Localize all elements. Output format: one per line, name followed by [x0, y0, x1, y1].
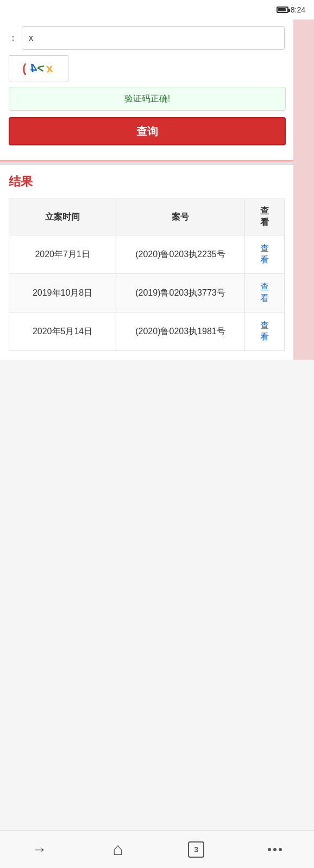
results-table: 立案时间 案号 查看 2020年7月1日(2020)鲁0203执2235号查看2…: [9, 199, 285, 351]
more-dots-icon: [268, 848, 282, 851]
scrollbar-area: [293, 20, 314, 360]
home-button[interactable]: ⌂: [102, 833, 134, 866]
home-icon: ⌂: [112, 839, 123, 859]
more-button[interactable]: [259, 833, 291, 866]
tab-switcher-button[interactable]: 3: [180, 833, 212, 866]
cell-date: 2019年10月8日: [9, 274, 116, 312]
form-section: ： ( 4 < x 验证码正确! 查询: [0, 20, 293, 161]
search-input[interactable]: [22, 26, 285, 50]
table-row: 2020年5月14日(2020)鲁0203执1981号查看: [9, 312, 285, 351]
col-header-view: 查看: [244, 199, 284, 235]
results-title: 结果: [9, 174, 285, 190]
cell-view-link[interactable]: 查看: [244, 274, 284, 312]
battery-icon: [277, 7, 288, 13]
cell-case-number: (2019)鲁0203执3773号: [116, 274, 245, 312]
cell-date: 2020年7月1日: [9, 235, 116, 274]
tab-count-badge: 3: [188, 841, 204, 858]
cell-view-link[interactable]: 查看: [244, 235, 284, 274]
results-section: 结果 立案时间 案号 查看 2020年7月1日(2020)鲁0203执2235号…: [0, 165, 293, 360]
captcha-row: ( 4 < x: [9, 55, 285, 81]
form-label: ：: [9, 33, 17, 44]
cell-case-number: (2020)鲁0203执1981号: [116, 312, 245, 351]
input-row: ：: [9, 26, 285, 50]
section-divider: [0, 161, 293, 165]
time-display: 8:24: [291, 5, 305, 14]
cell-view-link[interactable]: 查看: [244, 312, 284, 351]
success-message: 验证码正确!: [9, 87, 286, 111]
cell-date: 2020年5月14日: [9, 312, 116, 351]
table-row: 2020年7月1日(2020)鲁0203执2235号查看: [9, 235, 285, 274]
table-row: 2019年10月8日(2019)鲁0203执3773号查看: [9, 274, 285, 312]
status-bar: 8:24: [0, 0, 314, 20]
back-button[interactable]: →: [23, 833, 55, 866]
view-link[interactable]: 查看: [260, 321, 269, 341]
captcha-image[interactable]: ( 4 < x: [9, 55, 68, 81]
back-arrow-icon: →: [32, 841, 47, 858]
bottom-navigation: → ⌂ 3: [0, 830, 314, 868]
view-link[interactable]: 查看: [260, 244, 269, 264]
query-button[interactable]: 查询: [9, 117, 286, 145]
col-header-case: 案号: [116, 199, 245, 235]
cell-case-number: (2020)鲁0203执2235号: [116, 235, 245, 274]
view-link[interactable]: 查看: [260, 282, 269, 303]
col-header-date: 立案时间: [9, 199, 116, 235]
